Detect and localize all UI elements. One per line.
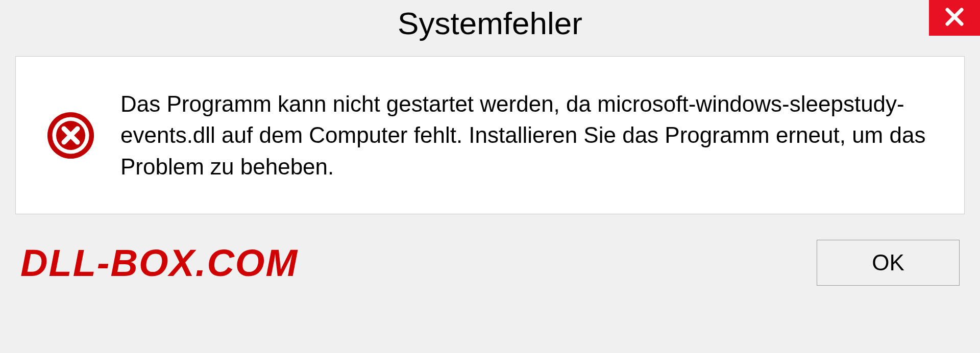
error-icon [46, 111, 95, 160]
dialog-title: Systemfehler [398, 5, 582, 41]
close-button[interactable] [929, 0, 980, 36]
watermark-text: DLL-BOX.COM [20, 241, 298, 285]
error-message-text: Das Programm kann nicht gestartet werden… [120, 88, 939, 183]
close-icon [942, 5, 967, 31]
ok-button[interactable]: OK [817, 240, 960, 286]
dialog-footer: DLL-BOX.COM OK [0, 230, 980, 301]
error-dialog: Systemfehler Das Programm kann nicht ges… [0, 0, 980, 353]
message-panel: Das Programm kann nicht gestartet werden… [15, 56, 965, 214]
titlebar: Systemfehler [0, 0, 980, 46]
